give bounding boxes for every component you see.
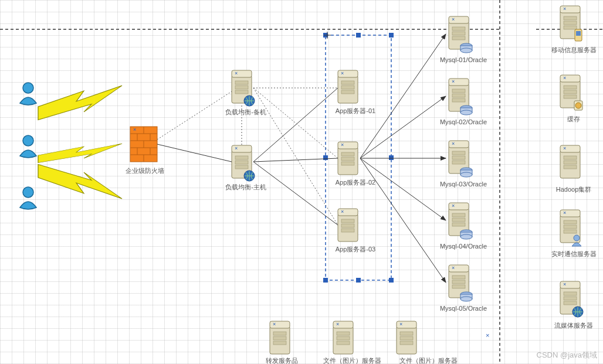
app-03-label: App服务器-03 — [328, 245, 382, 254]
svg-text:×: × — [452, 79, 455, 84]
svg-text:×: × — [235, 70, 238, 76]
svg-line-41 — [157, 144, 232, 162]
lb-standby-label: 负载均衡-备机 — [219, 108, 272, 117]
svg-text:×: × — [235, 145, 238, 151]
file2-label: 文件（图片）服务器 — [387, 356, 469, 364]
svg-text:×: × — [563, 210, 566, 216]
svg-text:×: × — [486, 332, 489, 339]
svg-line-45 — [253, 158, 338, 162]
firewall-label: 企业级防火墙 — [118, 166, 171, 175]
svg-text:×: × — [563, 281, 566, 287]
svg-rect-31 — [323, 33, 328, 38]
svg-text:×: × — [452, 265, 455, 271]
svg-line-50 — [360, 34, 446, 158]
forward-label: 转发服务品 — [258, 356, 305, 364]
lb-primary-label: 负载均衡-主机 — [219, 183, 272, 192]
svg-text:×: × — [341, 70, 344, 76]
file1-label: 文件（图片）服务器 — [311, 356, 393, 364]
svg-line-51 — [360, 96, 446, 158]
svg-text:×: × — [452, 16, 455, 22]
watermark: CSDN @java领域 — [537, 350, 598, 360]
svg-text:×: × — [399, 321, 402, 327]
app-01-label: App服务器-01 — [328, 107, 382, 115]
selection-box — [326, 35, 391, 280]
svg-line-46 — [253, 162, 338, 225]
svg-rect-35 — [389, 155, 394, 160]
db-02-label: Mysql-02/Oracle — [434, 118, 493, 125]
mobile-server-label: 移动信息服务器 — [544, 46, 603, 55]
app-02-label: App服务器-02 — [328, 178, 382, 187]
db-05-label: Mysql-05/Oracle — [434, 305, 493, 312]
svg-rect-34 — [323, 155, 328, 160]
svg-text:×: × — [563, 145, 566, 151]
svg-line-44 — [253, 88, 338, 162]
svg-line-54 — [360, 158, 446, 283]
svg-rect-37 — [356, 278, 361, 283]
diagram-canvas: × ×× ××× ××× ×× ××× ×× ××× × 企业级防火墙 负载均衡… — [0, 0, 603, 364]
hadoop-label: Hadoop集群 — [544, 185, 603, 194]
svg-text:×: × — [273, 321, 276, 327]
svg-text:×: × — [133, 127, 136, 132]
svg-text:×: × — [452, 141, 455, 147]
db-04-label: Mysql-04/Oracle — [434, 243, 493, 250]
svg-text:×: × — [563, 75, 566, 81]
svg-text:×: × — [341, 209, 344, 215]
svg-rect-32 — [356, 33, 361, 38]
realtime-label: 实时通信服务器 — [544, 250, 603, 258]
svg-text:×: × — [341, 142, 344, 148]
svg-rect-38 — [389, 278, 394, 283]
svg-text:×: × — [563, 6, 566, 12]
streaming-label: 流媒体服务器 — [544, 321, 603, 330]
cache-label: 缓存 — [544, 115, 603, 124]
db-01-label: Mysql-01/Oracle — [434, 56, 493, 63]
svg-line-53 — [360, 158, 446, 220]
svg-text:×: × — [336, 321, 339, 327]
db-03-label: Mysql-03/Oracle — [434, 181, 493, 188]
svg-rect-33 — [389, 33, 394, 38]
svg-line-48 — [253, 88, 338, 158]
svg-text:×: × — [452, 203, 455, 209]
svg-rect-36 — [323, 278, 328, 283]
